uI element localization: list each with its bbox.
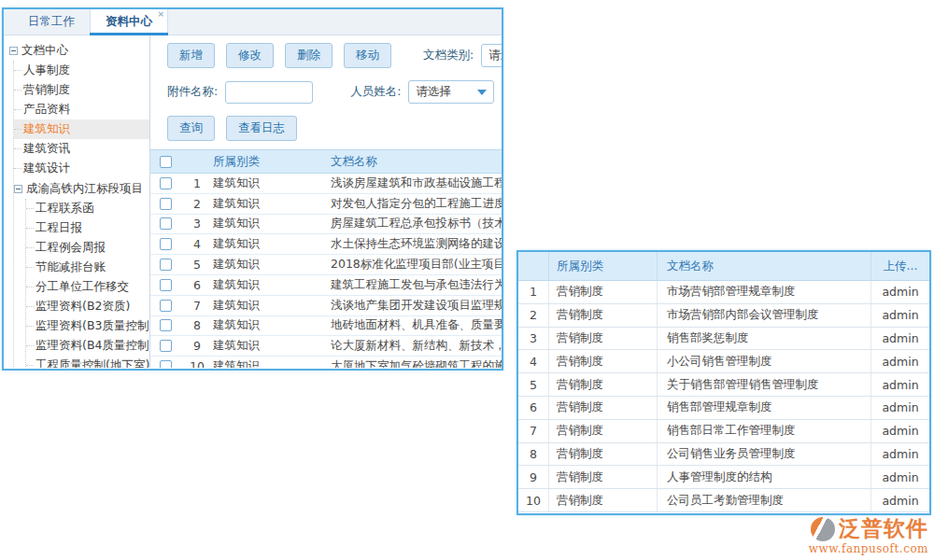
table-row[interactable]: 8建筑知识地砖地面材料、机具准备、质量要求及... (150, 316, 502, 337)
tree-node-project[interactable]: 成渝高铁内江标段项目 (14, 178, 149, 199)
tree-leaf[interactable]: 监理资料(B4质量控制) (26, 336, 149, 356)
table-row[interactable]: 5营销制度关于销售部管理销售管理制度admin (518, 373, 929, 397)
tree-leaf[interactable]: 营销制度 (14, 80, 149, 100)
cell-category: 建筑知识 (213, 317, 331, 333)
tree-leaf[interactable]: 工程日报 (26, 218, 149, 238)
tree-connector (26, 247, 34, 248)
documents-table-header: 所属别类 文档名称 (150, 149, 502, 174)
cell-index: 4 (181, 237, 213, 251)
header-index (518, 252, 549, 280)
cell-doc-name: 浅谈房屋建筑和市政基础设施工程施工... (331, 175, 502, 191)
cell-doc-name: 销售部管理规章制度 (658, 397, 871, 419)
table-row[interactable]: 8营销制度公司销售业务员管理制度admin (518, 443, 929, 467)
attachment-name-input[interactable] (225, 81, 313, 104)
row-checkbox[interactable] (160, 198, 172, 210)
table-row[interactable]: 2建筑知识对发包人指定分包的工程施工进度安排... (150, 194, 502, 215)
table-row[interactable]: 3建筑知识房屋建筑工程总承包投标书（技术标）... (150, 215, 502, 235)
cell-uploader: admin (871, 304, 929, 327)
table-row[interactable]: 1营销制度市场营销部管理规章制度admin (518, 281, 929, 304)
cell-category: 营销制度 (549, 281, 658, 303)
cell-doc-name: 市场营销部内部会议管理制度 (658, 304, 871, 327)
table-row[interactable]: 1建筑知识浅谈房屋建筑和市政基础设施工程施工... (150, 174, 502, 194)
cell-doc-name: 销售部日常工作管理制度 (658, 420, 871, 442)
cell-checkbox (150, 279, 181, 291)
header-doc-name[interactable]: 文档名称 (331, 154, 502, 170)
cell-category: 建筑知识 (213, 298, 331, 314)
table-row[interactable]: 7营销制度销售部日常工作管理制度admin (518, 420, 929, 443)
tree-root-document-center[interactable]: 文档中心 (9, 40, 149, 61)
tree-leaf[interactable]: 建筑资讯 (14, 139, 149, 159)
query-button[interactable]: 查询 (167, 116, 215, 141)
tree-leaf[interactable]: 人事制度 (14, 61, 149, 80)
tree-leaf[interactable]: 分工单位工作移交 (26, 277, 149, 297)
cell-uploader: admin (871, 489, 929, 511)
tree-leaf[interactable]: 工程质量控制(地下室) (26, 356, 149, 368)
cell-uploader: admin (871, 443, 929, 466)
cell-category: 营销制度 (549, 350, 658, 372)
person-name-select[interactable]: 请选择 (408, 80, 494, 104)
cell-index: 9 (181, 339, 213, 353)
header-category[interactable]: 所属别类 (213, 154, 331, 170)
table-row[interactable]: 5建筑知识2018标准化监理项目部(业主项目部)人员... (150, 255, 502, 275)
tree-children: 工程联系函工程日报工程例会周报节能减排台账分工单位工作移交监理资料(B2资质)监… (25, 199, 149, 368)
table-row[interactable]: 2营销制度市场营销部内部会议管理制度admin (518, 304, 929, 328)
fanpu-logo-text: 泛普软件 (839, 514, 928, 543)
tree-leaf-label: 工程质量控制(地下室) (35, 357, 149, 368)
tree-connector (26, 345, 34, 346)
tree-leaf[interactable]: 产品资料 (14, 100, 149, 119)
table-row[interactable]: 6建筑知识建筑工程施工发包与承包违法行为认定... (150, 275, 502, 296)
table-row[interactable]: 6营销制度销售部管理规章制度admin (518, 397, 929, 420)
cell-doc-name: 地砖地面材料、机具准备、质量要求及... (331, 317, 502, 333)
tree-leaf[interactable]: 节能减排台账 (26, 258, 149, 277)
row-checkbox[interactable] (160, 177, 172, 189)
tree-leaf[interactable]: 工程联系函 (26, 199, 149, 218)
document-center-window: 日常工作 资料中心 × 文档中心人事制度营销制度产品资料建筑知识建筑资讯建筑设计… (2, 7, 503, 371)
delete-button[interactable]: 删除 (285, 43, 333, 68)
cell-category: 营销制度 (549, 420, 658, 442)
tab-daily-work[interactable]: 日常工作 (13, 9, 90, 35)
row-checkbox[interactable] (160, 259, 172, 271)
table-row[interactable]: 10建筑知识大厦地下室加气砼墙砌筑工程的施工方... (150, 357, 502, 368)
row-checkbox[interactable] (160, 319, 172, 331)
cell-index: 7 (181, 299, 213, 313)
cell-index: 10 (518, 489, 549, 511)
collapse-icon[interactable] (9, 47, 18, 55)
move-button[interactable]: 移动 (344, 43, 391, 68)
table-row[interactable]: 4营销制度小公司销售管理制度admin (518, 350, 929, 373)
doc-category-select[interactable]: 请选择 (481, 44, 502, 67)
marketing-documents-window: 所属别类 文档名称 上传... 1营销制度市场营销部管理规章制度admin2营销… (517, 250, 931, 515)
tree-leaf-label: 建筑资讯 (23, 141, 70, 157)
row-checkbox[interactable] (160, 340, 172, 352)
tree-leaf[interactable]: 监理资料(B3质量控制) (26, 316, 149, 336)
row-checkbox[interactable] (160, 217, 172, 230)
cell-category: 营销制度 (549, 466, 658, 488)
select-all-checkbox[interactable] (160, 156, 172, 168)
tree-leaf[interactable]: 监理资料(B2资质) (26, 297, 149, 316)
table-row[interactable]: 3营销制度销售部奖惩制度admin (518, 328, 929, 351)
view-log-button[interactable]: 查看日志 (226, 116, 297, 141)
table-row[interactable]: 9营销制度人事管理制度的结构admin (518, 466, 929, 489)
cell-doc-name: 房屋建筑工程总承包投标书（技术标）... (331, 216, 502, 231)
cell-category: 建筑知识 (213, 338, 331, 354)
table-row[interactable]: 7建筑知识浅谈地产集团开发建设项目监理规划编... (150, 296, 502, 316)
row-checkbox[interactable] (160, 300, 172, 312)
header-doc-name[interactable]: 文档名称 (658, 252, 871, 280)
tree-leaf[interactable]: 建筑知识 (14, 119, 149, 139)
add-button[interactable]: 新增 (167, 43, 215, 68)
cell-index: 6 (181, 278, 213, 292)
close-icon[interactable]: × (157, 9, 164, 19)
edit-button[interactable]: 修改 (226, 43, 274, 68)
table-row[interactable]: 4建筑知识水土保持生态环境监测网络的建设与资... (150, 234, 502, 255)
tab-data-center[interactable]: 资料中心 × (90, 9, 168, 35)
collapse-icon[interactable] (14, 185, 22, 193)
tree-connector (14, 70, 21, 71)
header-uploader[interactable]: 上传... (871, 252, 929, 280)
header-category[interactable]: 所属别类 (549, 252, 658, 280)
table-row[interactable]: 10营销制度公司员工考勤管理制度admin (518, 489, 929, 512)
row-checkbox[interactable] (160, 360, 172, 368)
row-checkbox[interactable] (160, 279, 172, 291)
table-row[interactable]: 9建筑知识论大厦新材料、新结构、新技术，新工... (150, 336, 502, 357)
tree-leaf[interactable]: 建筑设计 (14, 159, 149, 178)
tree-leaf[interactable]: 工程例会周报 (26, 238, 149, 258)
row-checkbox[interactable] (160, 238, 172, 250)
